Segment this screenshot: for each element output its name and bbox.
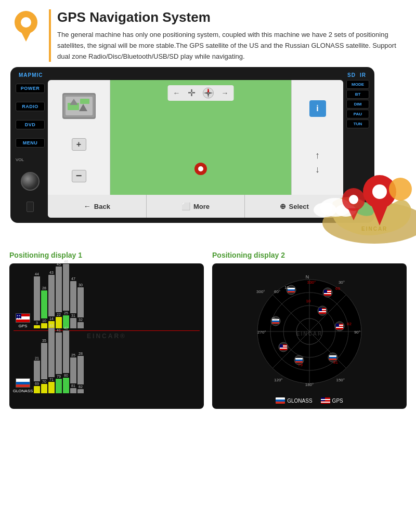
screen-center-map: ← ✛ N → (110, 80, 291, 195)
glonass-label: GLONASS (13, 389, 33, 393)
svg-rect-82 (280, 348, 287, 349)
svg-marker-2 (20, 29, 32, 42)
location-marker-icon (193, 162, 208, 179)
info-icon: i (309, 100, 326, 117)
nav-arrows-top: ← ✛ N → (168, 85, 234, 101)
svg-text:79: 79 (298, 363, 303, 367)
dvd-button[interactable]: DVD (16, 120, 45, 129)
svg-text:EINCAR: EINCAR (296, 331, 322, 337)
svg-point-25 (349, 195, 358, 204)
volume-knob[interactable] (21, 172, 40, 191)
header-section: GPS Navigation System The general machin… (0, 0, 416, 67)
svg-point-16 (198, 166, 203, 171)
svg-point-19 (314, 203, 336, 217)
positioning-display-2: Positioning display 2 N 330° (212, 251, 407, 409)
back-label: Back (94, 203, 110, 210)
power-button[interactable]: POWER (16, 84, 45, 93)
more-label: More (193, 203, 210, 210)
svg-rect-61 (329, 355, 336, 357)
glonass-legend-label: GLONASS (287, 398, 312, 404)
russia-flag-label: GLONASS (14, 378, 32, 393)
gps-sat-2 (335, 322, 344, 331)
radio-button[interactable]: RADIO (16, 102, 45, 111)
zoom-plus-button[interactable]: + (72, 138, 86, 151)
legend-glonass: GLONASS (276, 397, 312, 404)
svg-text:N: N (207, 88, 210, 91)
svg-text:90°: 90° (354, 330, 360, 335)
russia-flag-icon (16, 378, 30, 388)
svg-point-27 (389, 178, 412, 201)
charts-section: Positioning display 1 ★★ ★★ GPS (0, 244, 416, 416)
more-button[interactable]: ⬜ More (147, 195, 245, 218)
svg-text:82: 82 (347, 322, 352, 326)
tun-button[interactable]: TUN (346, 119, 369, 128)
bt-button[interactable]: BT (346, 90, 369, 99)
zoom-minus-button[interactable]: − (72, 170, 86, 182)
svg-rect-68 (324, 290, 327, 293)
svg-text:180°: 180° (305, 382, 314, 387)
menu-button[interactable]: MENU (16, 138, 45, 148)
map-label: MAP (19, 72, 32, 78)
dim-button[interactable]: DIM (346, 100, 369, 109)
us-flag-icon: ★★ ★★ (16, 313, 30, 323)
unit-top-row: MAP MIC SD IR (16, 72, 369, 80)
gps-sat-4 (279, 342, 288, 352)
sd-label: SD (347, 72, 356, 78)
gps-label: GPS (19, 324, 28, 328)
svg-text:150°: 150° (336, 378, 345, 382)
gps-sat-3 (318, 306, 327, 315)
svg-text:300°: 300° (256, 289, 265, 294)
left-buttons: POWER RADIO DVD MENU VOL (16, 80, 45, 218)
compass-rose-icon: N (203, 87, 214, 99)
svg-rect-51 (288, 291, 295, 292)
radar-svg-wrap: N 330° 30° 90° 150° 180° 120° 270° 300° … (252, 269, 367, 394)
positioning-display-1: Positioning display 1 ★★ ★★ GPS (9, 251, 204, 409)
svg-text:69: 69 (335, 286, 340, 291)
header-icon-col (10, 9, 42, 41)
svg-text:EINCAR: EINCAR (361, 226, 387, 232)
svg-text:81: 81 (333, 360, 338, 365)
svg-text:120°: 120° (274, 378, 283, 382)
svg-text:N: N (306, 274, 309, 280)
glonass-bars-section: GLONASS 21 69 35 70 (14, 331, 200, 393)
usb-port (27, 202, 34, 212)
glonass-bar-group: 21 69 35 70 48 71 (34, 333, 200, 393)
svg-text:Ru: Ru (272, 316, 277, 321)
svg-rect-57 (295, 358, 303, 360)
bar-chart-container: ★★ ★★ GPS 44 3 28 (9, 263, 204, 409)
display2-title: Positioning display 2 (212, 251, 407, 259)
svg-rect-6 (80, 99, 89, 104)
more-icon: ⬜ (181, 202, 190, 210)
header-text-col: GPS Navigation System The general machin… (49, 9, 406, 62)
back-button[interactable]: ← Back (48, 195, 147, 218)
mode-button[interactable]: MODE (346, 80, 369, 89)
back-arrow-icon: ← (84, 202, 91, 210)
svg-text:270°: 270° (257, 330, 266, 335)
svg-text:330°: 330° (307, 280, 316, 285)
svg-text:30°: 30° (339, 280, 345, 285)
svg-rect-55 (272, 322, 279, 324)
svg-rect-73 (336, 324, 339, 327)
gps-bars-section: ★★ ★★ GPS 44 3 28 (14, 269, 200, 331)
mic-label: MIC (32, 72, 43, 78)
svg-rect-83 (280, 344, 283, 348)
svg-rect-58 (295, 360, 303, 361)
compass-icon: ✛ (188, 87, 196, 99)
svg-point-1 (21, 17, 31, 28)
svg-text:10: 10 (284, 285, 289, 290)
radar-chart-container: N 330° 30° 90° 150° 180° 120° 270° 300° … (212, 263, 407, 409)
pau-button[interactable]: PAU (346, 110, 369, 118)
vol-label: VOL (16, 157, 24, 162)
svg-rect-67 (324, 293, 331, 294)
screen-left-panel: + − (48, 80, 110, 195)
gps-legend-label: GPS (332, 398, 343, 404)
gps-sat-1 (323, 288, 332, 297)
svg-text:60°: 60° (274, 289, 280, 294)
svg-rect-62 (329, 357, 336, 358)
right-arrow-icon: → (222, 89, 229, 97)
svg-rect-72 (336, 327, 343, 328)
svg-rect-77 (319, 311, 326, 312)
ir-label: IR (360, 72, 366, 78)
section-title: GPS Navigation System (57, 9, 406, 25)
gps-bar-group: 44 3 28 10 43 14 (34, 269, 200, 328)
